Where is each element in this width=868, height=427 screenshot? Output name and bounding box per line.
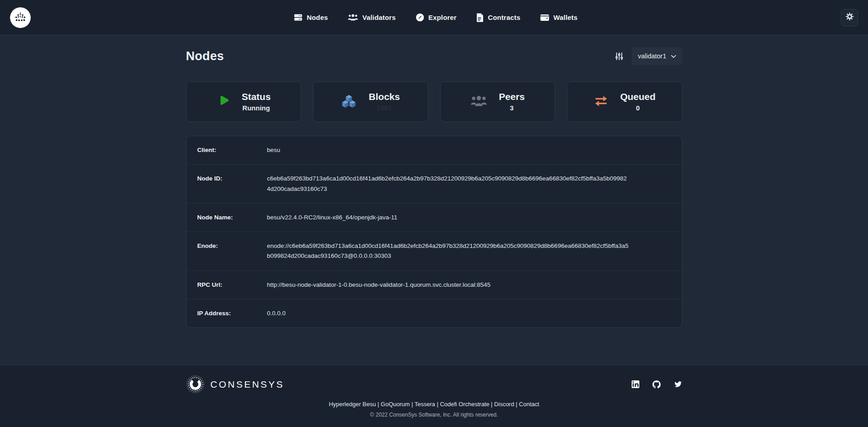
stat-value: 0 — [620, 103, 656, 114]
footer-link[interactable]: Discord — [494, 401, 514, 408]
quorum-logo[interactable] — [10, 7, 31, 28]
row-label: Enode: — [197, 241, 267, 251]
stat-value: 3 — [499, 103, 525, 114]
row-value: http://besu-node-validator-1-0.besu-node… — [267, 280, 629, 290]
exchange-arrows-icon — [594, 95, 609, 109]
consensys-swirl-icon — [186, 375, 205, 394]
nav-label: Validators — [362, 14, 396, 21]
row-value: enode://c6eb6a59f263bd713a6ca1d00cd16f41… — [267, 241, 629, 261]
node-details-table: Client: besu Node ID: c6eb6a59f263bd713a… — [186, 136, 682, 328]
footer-link[interactable]: GoQuorum — [381, 401, 410, 408]
nav-label: Nodes — [307, 14, 328, 21]
stat-card-status: Status Running — [186, 81, 302, 122]
users-icon — [348, 14, 358, 21]
consensys-wordmark: CONSENSYS — [211, 379, 284, 390]
row-value: c6eb6a59f263bd713a6ca1d00cd16f41ad6b2efc… — [267, 174, 629, 194]
stat-label: Status — [242, 90, 271, 103]
stat-label: Peers — [499, 90, 525, 103]
stat-card-peers: Peers 3 — [440, 81, 556, 122]
row-label: IP Address: — [197, 308, 267, 318]
footer-link[interactable]: Hyperledger Besu — [329, 401, 376, 408]
table-row-client: Client: besu — [187, 136, 682, 164]
stat-card-queued: Queued 0 — [567, 81, 682, 122]
table-row-enode: Enode: enode://c6eb6a59f263bd713a6ca1d00… — [187, 232, 682, 270]
social-links — [632, 380, 682, 389]
page-footer: CONSENSYS Hyperledger Besu | GoQuorum | … — [0, 365, 868, 427]
nav-label: Explorer — [428, 14, 456, 21]
row-value: besu/v22.4.0-RC2/linux-x86_64/openjdk-ja… — [267, 213, 629, 223]
play-icon — [216, 94, 230, 109]
table-row-node-id: Node ID: c6eb6a59f263bd713a6ca1d00cd16f4… — [187, 164, 682, 203]
row-value: 0.0.0.0 — [267, 308, 629, 318]
chevron-down-icon — [671, 52, 676, 60]
footer-links: Hyperledger Besu | GoQuorum | Tessera | … — [0, 401, 868, 408]
nav-item-nodes[interactable]: Nodes — [294, 13, 328, 22]
twitter-icon[interactable] — [674, 380, 682, 388]
page-title: Nodes — [186, 49, 224, 63]
table-row-node-name: Node Name: besu/v22.4.0-RC2/linux-x86_64… — [187, 203, 682, 232]
cubes-icon — [341, 94, 357, 110]
github-icon[interactable] — [652, 380, 661, 389]
row-label: Client: — [197, 145, 267, 155]
footer-link[interactable]: Codefi Orchestrate — [440, 401, 489, 408]
gear-icon — [845, 12, 854, 23]
node-selector-dropdown[interactable]: validator1 — [632, 47, 682, 65]
settings-button[interactable] — [841, 9, 858, 26]
nav-item-contracts[interactable]: Contracts — [476, 13, 520, 22]
main-content: Nodes validator1 Status — [0, 35, 868, 365]
stat-card-blocks: Blocks 1087 — [313, 81, 428, 122]
table-row-rpc-url: RPC Url: http://besu-node-validator-1-0.… — [187, 270, 682, 299]
linkedin-icon[interactable] — [632, 380, 639, 388]
stat-label: Queued — [620, 90, 656, 103]
stat-value: Running — [242, 103, 271, 114]
wallet-icon — [540, 14, 549, 21]
peers-icon — [470, 95, 487, 109]
footer-link[interactable]: Contact — [519, 401, 539, 408]
compass-icon — [416, 13, 424, 22]
stat-cards: Status Running Blocks 1087 — [186, 81, 682, 122]
filter-sliders-icon[interactable] — [615, 52, 623, 61]
consensys-logo: CONSENSYS — [186, 375, 284, 394]
nav-item-validators[interactable]: Validators — [348, 14, 396, 21]
nav-label: Contracts — [488, 14, 520, 21]
server-icon — [294, 13, 302, 22]
row-label: Node ID: — [197, 174, 267, 184]
footer-link[interactable]: Tessera — [415, 401, 436, 408]
stat-value: 1087 — [369, 103, 400, 114]
contract-icon — [476, 13, 484, 22]
copyright-text: © 2022 ConsenSys Software, Inc. All righ… — [0, 412, 868, 418]
node-selector-value: validator1 — [638, 52, 667, 60]
nav-label: Wallets — [553, 14, 577, 21]
top-navbar: Nodes Validators Explorer Contracts Wall… — [0, 0, 868, 35]
main-nav: Nodes Validators Explorer Contracts Wall… — [31, 13, 841, 22]
stat-label: Blocks — [369, 90, 400, 103]
table-row-ip-address: IP Address: 0.0.0.0 — [187, 299, 682, 327]
row-label: Node Name: — [197, 213, 267, 223]
row-label: RPC Url: — [197, 280, 267, 290]
nav-item-wallets[interactable]: Wallets — [540, 14, 577, 21]
nav-item-explorer[interactable]: Explorer — [416, 13, 456, 22]
row-value: besu — [267, 145, 629, 155]
